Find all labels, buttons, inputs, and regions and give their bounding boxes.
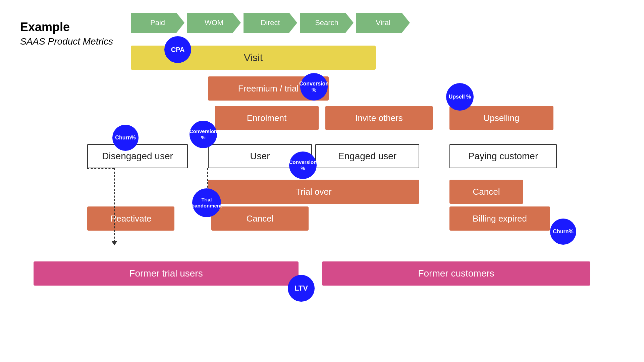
cpa-circle: CPA: [164, 36, 191, 63]
invite-others-box: Invite others: [325, 106, 433, 130]
paying-box: Paying customer: [449, 144, 557, 168]
chevron-search: Search: [300, 13, 354, 33]
ltv-circle: LTV: [288, 275, 315, 302]
reactivate-box: Reactivate: [87, 206, 174, 231]
chevron-paid: Paid: [131, 13, 184, 33]
arrow-disengaged-down: [112, 241, 117, 245]
engaged-box: Engaged user: [315, 144, 419, 168]
dotted-line-disengaged-h: [87, 168, 114, 169]
conversion-circle-2: Conversion %: [190, 121, 217, 148]
conversion-circle-1: Conversion %: [300, 73, 328, 101]
disengaged-box: Disengaged user: [87, 144, 188, 168]
cancel-paid-box: Cancel: [449, 180, 523, 204]
billing-expired-box: Billing expired: [449, 206, 550, 231]
chevron-direct: Direct: [244, 13, 297, 33]
trial-abandonment-circle: Trial bandonment: [192, 188, 221, 217]
enrolment-box: Enrolment: [215, 106, 319, 130]
chevron-wom: WOM: [187, 13, 241, 33]
former-trial-bar: Former trial users: [34, 261, 299, 286]
churn-circle-1: Churn%: [112, 125, 139, 151]
upsell-circle: Upsell %: [446, 83, 474, 111]
title-example: Example: [20, 20, 113, 34]
title-subtitle: SAAS Product Metrics: [20, 36, 113, 47]
title-block: Example SAAS Product Metrics: [20, 20, 113, 47]
conversion-circle-3: Conversion %: [289, 152, 317, 179]
former-customers-bar: Former customers: [322, 261, 590, 286]
dotted-line-disengaged-v: [114, 168, 115, 242]
trial-over-box: Trial over: [208, 180, 419, 204]
churn-circle-2: Churn%: [550, 219, 576, 245]
diagram-container: Example SAAS Product Metrics Paid WOM Di…: [0, 0, 644, 362]
chevron-viral: Viral: [356, 13, 410, 33]
cancel-free-box: Cancel: [211, 206, 309, 231]
chevron-row: Paid WOM Direct Search Viral: [131, 13, 410, 33]
